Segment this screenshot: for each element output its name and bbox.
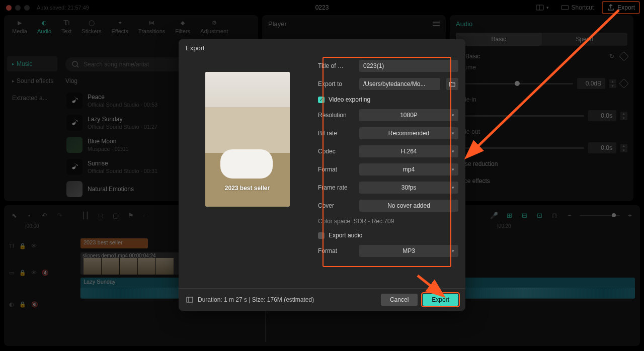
resolution-label: Resolution bbox=[318, 112, 355, 119]
folder-icon bbox=[449, 80, 456, 87]
video-exporting-label: Video exporting bbox=[329, 96, 370, 103]
browse-folder-button[interactable] bbox=[446, 78, 458, 90]
export-form: Title of … Export to /Users/bytedance/Mo… bbox=[318, 59, 458, 286]
colorspace-note: Color space: SDR - Rec.709 bbox=[318, 218, 458, 225]
codec-label: Codec bbox=[318, 148, 355, 155]
cover-label: Cover bbox=[318, 202, 355, 209]
chevron-down-icon: ▾ bbox=[452, 113, 454, 118]
aspect-icon bbox=[186, 296, 194, 304]
audio-export-checkbox[interactable] bbox=[318, 232, 325, 239]
chevron-down-icon: ▾ bbox=[452, 185, 454, 190]
bitrate-select[interactable]: Recommended▾ bbox=[359, 127, 458, 139]
framerate-label: Frame rate bbox=[318, 184, 355, 191]
cover-button[interactable]: No cover added bbox=[359, 200, 458, 212]
audio-format-select[interactable]: MP3▾ bbox=[359, 245, 458, 257]
format-select[interactable]: mp4▾ bbox=[359, 163, 458, 176]
export-audio-label: Export audio bbox=[329, 232, 362, 239]
svg-rect-8 bbox=[187, 297, 193, 302]
codec-select[interactable]: H.264▾ bbox=[359, 145, 458, 157]
resolution-select[interactable]: 1080P▾ bbox=[359, 109, 458, 121]
chevron-down-icon: ▾ bbox=[452, 167, 454, 172]
chevron-down-icon: ▾ bbox=[452, 131, 454, 136]
exportto-label: Export to bbox=[318, 80, 355, 87]
format-label: Format bbox=[318, 166, 355, 173]
video-export-checkbox[interactable]: ✓ bbox=[318, 97, 325, 103]
export-preview: 2023 best seller bbox=[186, 59, 309, 286]
export-dialog: Export 2023 best seller Title of … Expor… bbox=[179, 39, 465, 311]
title-input[interactable] bbox=[359, 60, 458, 72]
audio-format-label: Format bbox=[318, 247, 355, 254]
chevron-down-icon: ▾ bbox=[452, 149, 454, 154]
title-label: Title of … bbox=[318, 62, 355, 69]
framerate-select[interactable]: 30fps▾ bbox=[359, 182, 458, 194]
chevron-down-icon: ▾ bbox=[452, 248, 454, 253]
export-dialog-title: Export bbox=[179, 39, 465, 57]
bitrate-label: Bit rate bbox=[318, 130, 355, 137]
cancel-button[interactable]: Cancel bbox=[381, 294, 418, 306]
export-button[interactable]: Export bbox=[423, 294, 458, 306]
preview-caption: 2023 best seller bbox=[205, 185, 290, 192]
export-info: Duration: 1 m 27 s | Size: 176M (estimat… bbox=[198, 296, 314, 303]
export-path[interactable]: /Users/bytedance/Mo... bbox=[359, 78, 440, 90]
